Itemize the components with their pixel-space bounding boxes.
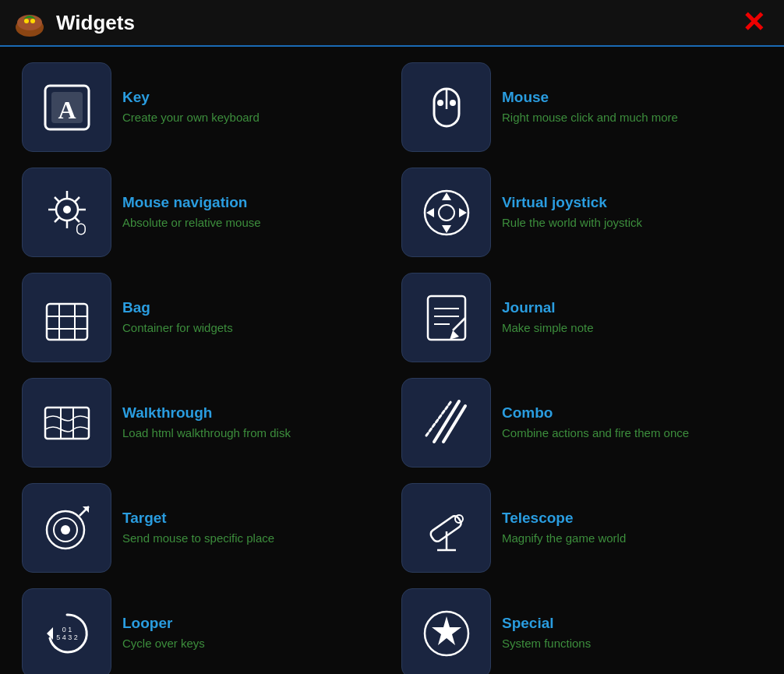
svg-rect-33: [428, 296, 465, 340]
svg-point-12: [63, 206, 71, 213]
combo-icon: [418, 395, 475, 451]
target-icon-box: [22, 483, 111, 573]
widget-item-walkthrough[interactable]: Walkthrough Load html walkthrough from d…: [12, 370, 392, 475]
walkthrough-icon-box: [22, 378, 111, 468]
key-icon: A: [39, 79, 95, 136]
target-desc: Send mouse to specific place: [122, 530, 274, 546]
telescope-icon-box: [401, 483, 491, 573]
widget-item-mouse-navigation[interactable]: Mouse navigation Absolute or relative mo…: [12, 160, 392, 265]
svg-marker-58: [432, 616, 461, 645]
svg-marker-25: [442, 225, 451, 233]
journal-desc: Make simple note: [502, 319, 594, 336]
joystick-icon: [418, 185, 475, 241]
svg-point-9: [437, 100, 443, 106]
walkthrough-icon: [39, 395, 95, 451]
svg-text:5 4 3 2: 5 4 3 2: [56, 633, 78, 641]
telescope-title: Telescope: [502, 510, 626, 527]
journal-text: Journal Make simple note: [502, 299, 594, 336]
bag-text: Bag Container for widgets: [122, 299, 233, 336]
walkthrough-title: Walkthrough: [122, 404, 291, 422]
key-desc: Create your own keyboard: [122, 109, 260, 125]
mouse-icon-box: [401, 62, 491, 152]
combo-icon-box: [401, 378, 491, 468]
mouse-text: Mouse Right mouse click and much more: [502, 89, 678, 125]
mouse-nav-title: Mouse navigation: [122, 194, 261, 211]
walkthrough-desc: Load html walkthrough from disk: [122, 425, 291, 441]
svg-point-47: [61, 525, 70, 535]
combo-text: Combo Combine actions and fire them once: [502, 404, 689, 441]
key-title: Key: [122, 89, 260, 106]
bag-icon-box: [22, 273, 111, 362]
journal-icon: [418, 290, 475, 346]
widget-item-target[interactable]: Target Send mouse to specific place: [12, 475, 392, 580]
svg-marker-24: [442, 192, 451, 200]
looper-title: Looper: [122, 615, 205, 632]
mouse-title: Mouse: [502, 89, 678, 106]
looper-text: Looper Cycle over keys: [122, 615, 205, 651]
window-title: Widgets: [56, 11, 135, 35]
journal-title: Journal: [502, 299, 594, 316]
widget-item-journal[interactable]: Journal Make simple note: [392, 265, 772, 370]
mouse-nav-desc: Absolute or relative mouse: [122, 214, 261, 231]
widget-item-telescope[interactable]: Telescope Magnify the game world: [392, 475, 772, 580]
svg-marker-26: [426, 208, 434, 217]
combo-title: Combo: [502, 404, 689, 422]
mouse-nav-icon-box: [22, 168, 111, 257]
widgets-grid: A Key Create your own keyboard Mouse Ri: [0, 47, 784, 674]
svg-line-20: [55, 217, 59, 222]
target-text: Target Send mouse to specific place: [122, 510, 274, 546]
key-icon-box: A: [22, 62, 111, 152]
widget-item-key[interactable]: A Key Create your own keyboard: [12, 55, 392, 160]
svg-line-37: [453, 318, 465, 330]
combo-desc: Combine actions and fire them once: [502, 425, 689, 441]
svg-marker-27: [459, 208, 467, 217]
telescope-text: Telescope Magnify the game world: [502, 510, 626, 546]
telescope-icon: [418, 500, 475, 556]
walkthrough-text: Walkthrough Load html walkthrough from d…: [122, 404, 291, 441]
joystick-icon-box: [401, 168, 491, 257]
bag-title: Bag: [122, 299, 233, 316]
journal-icon-box: [401, 273, 491, 362]
looper-desc: Cycle over keys: [122, 635, 205, 651]
looper-icon-box: 0 1 5 4 3 2: [22, 588, 111, 674]
svg-point-23: [439, 205, 454, 221]
svg-point-2: [24, 19, 29, 23]
svg-rect-21: [76, 224, 85, 235]
telescope-desc: Magnify the game world: [502, 530, 626, 546]
key-text: Key Create your own keyboard: [122, 89, 260, 125]
close-button[interactable]: ✕: [736, 7, 772, 38]
widget-item-looper[interactable]: 0 1 5 4 3 2 Looper Cycle over keys: [12, 580, 392, 674]
target-icon: [39, 500, 95, 556]
joystick-desc: Rule the world with joystick: [502, 214, 642, 231]
widget-item-special[interactable]: Special System functions: [392, 580, 772, 674]
target-title: Target: [122, 510, 274, 527]
svg-text:0 1: 0 1: [62, 626, 72, 633]
special-icon-box: [401, 588, 491, 674]
svg-rect-39: [45, 408, 89, 439]
mouse-desc: Right mouse click and much more: [502, 109, 678, 125]
svg-text:A: A: [58, 96, 76, 124]
widget-item-combo[interactable]: Combo Combine actions and fire them once: [392, 370, 772, 475]
special-icon: [418, 605, 475, 662]
app-window: Widgets ✕ A Key Create your own keyboard: [0, 0, 784, 674]
svg-point-10: [450, 100, 456, 106]
svg-line-19: [75, 197, 79, 202]
svg-marker-38: [450, 330, 459, 340]
special-title: Special: [502, 615, 591, 632]
mouse-icon: [418, 79, 475, 136]
joystick-text: Virtual joystick Rule the world with joy…: [502, 194, 642, 231]
widget-item-virtual-joystick[interactable]: Virtual joystick Rule the world with joy…: [392, 160, 772, 265]
widget-item-bag[interactable]: Bag Container for widgets: [12, 265, 392, 370]
title-bar: Widgets ✕: [0, 0, 784, 47]
joystick-title: Virtual joystick: [502, 194, 642, 211]
svg-line-18: [75, 217, 79, 222]
svg-line-17: [55, 197, 59, 202]
special-text: Special System functions: [502, 615, 591, 651]
widget-item-mouse[interactable]: Mouse Right mouse click and much more: [392, 55, 772, 160]
bag-desc: Container for widgets: [122, 319, 233, 336]
svg-rect-28: [47, 304, 87, 340]
special-desc: System functions: [502, 635, 591, 651]
mouse-nav-text: Mouse navigation Absolute or relative mo…: [122, 194, 261, 231]
svg-point-3: [30, 19, 35, 23]
bag-icon: [39, 290, 95, 346]
